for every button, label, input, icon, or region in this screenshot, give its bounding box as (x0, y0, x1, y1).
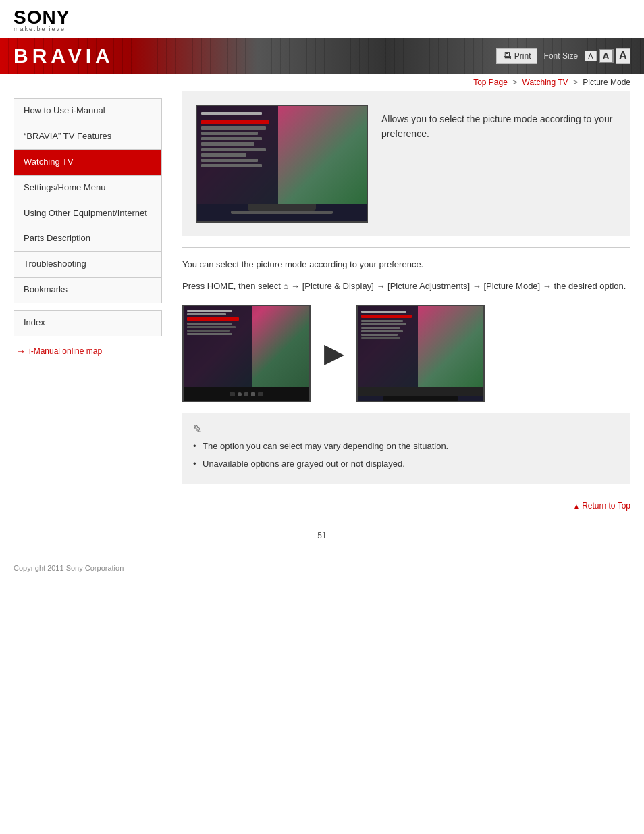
sidebar-item-label: How to Use i-Manual (24, 105, 105, 115)
font-size-label: Font Size (544, 51, 579, 61)
arrow-step-icon: ▶ (324, 340, 343, 368)
tv-screenshot-step2 (356, 305, 485, 402)
font-large-button[interactable]: A (616, 48, 630, 64)
triangle-icon: ▲ (573, 502, 580, 510)
bravia-title: BRAVIA (14, 45, 114, 68)
sidebar-item-index[interactable]: Index (14, 311, 161, 336)
breadcrumb: Top Page > Watching TV > Picture Mode (0, 74, 644, 91)
sidebar-item-watching-tv[interactable]: Watching TV (14, 150, 161, 176)
return-to-top: ▲ Return to Top (182, 494, 630, 511)
sony-logo: SONY make.believe (14, 7, 630, 32)
banner-controls: 🖶 Print Font Size A A A (496, 48, 630, 64)
note-item-1: The option you can select may vary depen… (193, 440, 620, 453)
print-label: Print (514, 51, 531, 61)
sidebar-item-bookmarks[interactable]: Bookmarks (14, 278, 161, 303)
sidebar-nav: How to Use i-Manual “BRAVIA” TV Features… (14, 98, 162, 303)
content-area: Allows you to select the picture mode ac… (169, 91, 644, 524)
printer-icon: 🖶 (502, 51, 512, 61)
tv-screenshot-step1 (182, 305, 311, 402)
sidebar-item-label: Settings/Home Menu (24, 182, 105, 192)
steps-section: ▶ (182, 305, 630, 402)
note-icon: ✎ (193, 423, 620, 436)
font-small-button[interactable]: A (585, 51, 596, 61)
font-size-controls: A A A (585, 48, 630, 64)
sidebar-item-troubleshooting[interactable]: Troubleshooting (14, 252, 161, 278)
sidebar-item-parts[interactable]: Parts Description (14, 226, 161, 252)
sidebar-item-label: Bookmarks (24, 284, 68, 294)
sidebar-item-label: Troubleshooting (24, 259, 86, 269)
divider (182, 247, 630, 248)
font-medium-button[interactable]: A (599, 49, 614, 63)
bravia-banner: BRAVIA 🖶 Print Font Size A A A (0, 38, 644, 74)
para2: Press HOME, then select ⌂ → [Picture & D… (182, 279, 630, 294)
page-number: 51 (0, 524, 644, 540)
intro-section: Allows you to select the picture mode ac… (182, 91, 630, 236)
content-paragraphs: You can select the picture mode accordin… (182, 257, 630, 294)
print-button[interactable]: 🖶 Print (496, 48, 537, 64)
sidebar-item-label: “BRAVIA” TV Features (24, 131, 111, 141)
sidebar-item-equipment[interactable]: Using Other Equipment/Internet (14, 201, 161, 227)
note-item-2: Unavailable options are grayed out or no… (193, 457, 620, 471)
sony-tagline: make.believe (14, 26, 65, 32)
tv-screenshot-main (196, 105, 368, 223)
sidebar-item-label: Watching TV (24, 157, 74, 167)
page-header: SONY make.believe (0, 0, 644, 38)
main-layout: How to Use i-Manual “BRAVIA” TV Features… (0, 91, 644, 524)
note-list: The option you can select may vary depen… (193, 440, 620, 470)
para1: You can select the picture mode accordin… (182, 257, 630, 272)
arrow-icon: → (16, 346, 26, 357)
online-map-label: i-Manual online map (29, 346, 102, 356)
sidebar-index: Index (14, 310, 162, 336)
copyright: Copyright 2011 Sony Corporation (14, 564, 124, 572)
sidebar-item-label: Parts Description (24, 233, 90, 243)
sidebar-item-how-to-use[interactable]: How to Use i-Manual (14, 99, 161, 124)
return-top-label: Return to Top (582, 501, 630, 511)
online-map-link[interactable]: → i-Manual online map (14, 346, 162, 357)
sidebar-item-label: Using Other Equipment/Internet (24, 208, 147, 218)
breadcrumb-top-page[interactable]: Top Page (473, 78, 508, 87)
breadcrumb-sep1: > (512, 78, 517, 87)
sidebar-item-label: Index (24, 317, 45, 328)
breadcrumb-watching-tv[interactable]: Watching TV (522, 78, 568, 87)
sidebar-item-settings[interactable]: Settings/Home Menu (14, 176, 161, 201)
sidebar: How to Use i-Manual “BRAVIA” TV Features… (0, 91, 169, 524)
return-top-link[interactable]: ▲ Return to Top (573, 501, 630, 511)
breadcrumb-current: Picture Mode (583, 78, 630, 87)
notes-section: ✎ The option you can select may vary dep… (182, 413, 630, 484)
footer: Copyright 2011 Sony Corporation (0, 554, 644, 581)
sidebar-item-bravia-features[interactable]: “BRAVIA” TV Features (14, 124, 161, 150)
intro-text: Allows you to select the picture mode ac… (381, 105, 617, 142)
breadcrumb-sep2: > (573, 78, 578, 87)
